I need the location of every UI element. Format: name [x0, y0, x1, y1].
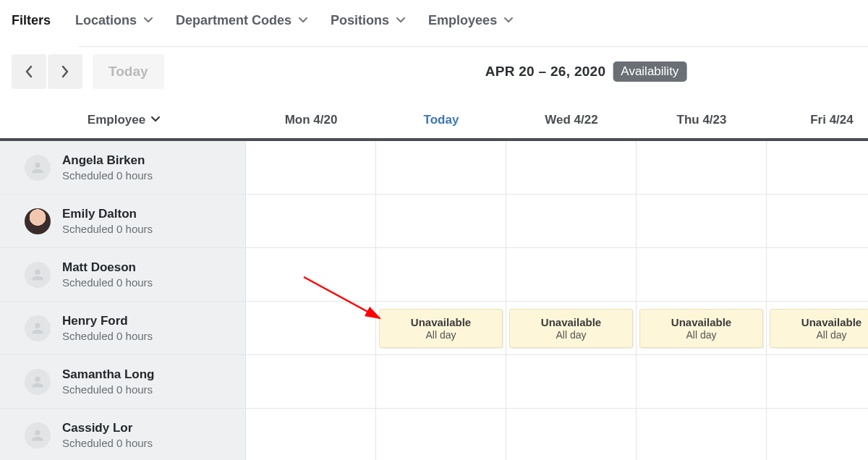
day-cell[interactable] [376, 248, 506, 301]
chevron-left-icon [25, 65, 33, 78]
day-cell[interactable] [506, 409, 637, 460]
availability-card[interactable]: UnavailableAll day [770, 309, 868, 348]
employee-meta: Matt DoesonScheduled 0 hours [62, 260, 153, 289]
employee-meta: Cassidy LorScheduled 0 hours [62, 421, 153, 449]
day-cell[interactable] [637, 355, 767, 408]
prev-week-button[interactable] [12, 54, 46, 89]
employee-cell[interactable]: Samantha LongScheduled 0 hours [0, 355, 246, 408]
day-headers: Mon 4/20TodayWed 4/22Thu 4/23Fri 4/24 [246, 113, 868, 127]
availability-title: Unavailable [411, 316, 471, 328]
day-cell[interactable] [376, 195, 506, 247]
calendar-header: Employee Mon 4/20TodayWed 4/22Thu 4/23Fr… [0, 102, 868, 141]
filter-positions-label: Positions [331, 13, 389, 28]
filter-employees-label: Employees [428, 13, 497, 28]
employee-name: Emily Dalton [62, 207, 153, 221]
day-cell[interactable] [506, 195, 637, 247]
day-cell[interactable] [637, 141, 767, 194]
day-cell[interactable] [767, 409, 868, 460]
day-cell[interactable] [637, 195, 767, 247]
chevron-down-icon [144, 17, 151, 25]
day-cell[interactable] [767, 195, 868, 247]
filter-employees[interactable]: Employees [428, 13, 511, 28]
chevron-right-icon [61, 65, 69, 78]
chevron-down-icon [299, 17, 306, 25]
day-cell[interactable] [246, 248, 376, 301]
toolbar: Today APR 20 – 26, 2020 Availability [0, 41, 868, 102]
filter-department-codes[interactable]: Department Codes [176, 13, 306, 28]
employee-cell[interactable]: Matt DoesonScheduled 0 hours [0, 248, 246, 301]
employee-meta: Emily DaltonScheduled 0 hours [62, 207, 153, 235]
day-header[interactable]: Mon 4/20 [246, 113, 376, 127]
avatar-placeholder [25, 262, 51, 288]
avatar-placeholder [25, 422, 51, 448]
availability-card[interactable]: UnavailableAll day [379, 309, 503, 348]
employee-cell[interactable]: Angela BirkenScheduled 0 hours [0, 141, 246, 194]
availability-title: Unavailable [671, 316, 731, 328]
avatar-placeholder [25, 369, 51, 395]
day-cell[interactable]: UnavailableAll day [376, 302, 506, 354]
employee-meta: Henry FordScheduled 0 hours [62, 314, 153, 342]
day-cell[interactable] [246, 355, 376, 408]
availability-card[interactable]: UnavailableAll day [509, 309, 633, 348]
day-cell[interactable] [767, 248, 868, 301]
date-range-text: APR 20 – 26, 2020 [485, 64, 606, 80]
employee-name: Matt Doeson [62, 260, 153, 275]
day-header[interactable]: Fri 4/24 [767, 113, 868, 127]
table-row: Angela BirkenScheduled 0 hours [0, 141, 868, 195]
day-header[interactable]: Thu 4/23 [637, 113, 767, 127]
employee-name: Angela Birken [62, 153, 153, 168]
employee-scheduled-hours: Scheduled 0 hours [62, 330, 153, 342]
employee-column-header[interactable]: Employee [0, 113, 246, 127]
employee-column-header-label: Employee [88, 113, 145, 127]
availability-card[interactable]: UnavailableAll day [639, 309, 763, 348]
day-cell[interactable]: UnavailableAll day [637, 302, 767, 354]
employee-name: Henry Ford [62, 314, 153, 328]
chevron-down-icon [151, 116, 158, 124]
today-button[interactable]: Today [93, 54, 164, 89]
date-range: APR 20 – 26, 2020 Availability [485, 61, 687, 82]
day-cell[interactable]: UnavailableAll day [767, 302, 868, 354]
employee-meta: Samantha LongScheduled 0 hours [62, 367, 155, 396]
day-cell[interactable] [506, 248, 637, 301]
day-cell[interactable]: UnavailableAll day [506, 302, 637, 354]
day-cell[interactable] [767, 355, 868, 408]
day-cell[interactable] [767, 141, 868, 194]
avatar-photo [25, 208, 51, 234]
availability-detail: All day [556, 329, 586, 341]
next-week-button[interactable] [48, 54, 82, 89]
filter-locations[interactable]: Locations [75, 13, 151, 28]
day-cell[interactable] [376, 409, 506, 460]
employee-cell[interactable]: Henry FordScheduled 0 hours [0, 302, 246, 354]
day-cell[interactable] [246, 409, 376, 460]
day-header-today[interactable]: Today [376, 113, 506, 127]
table-row: Henry FordScheduled 0 hoursUnavailableAl… [0, 302, 868, 355]
employee-meta: Angela BirkenScheduled 0 hours [62, 153, 153, 182]
day-cell[interactable] [376, 141, 506, 194]
employee-scheduled-hours: Scheduled 0 hours [62, 223, 153, 235]
employee-name: Samantha Long [62, 367, 155, 382]
day-header[interactable]: Wed 4/22 [506, 113, 637, 127]
filters-label: Filters [12, 13, 51, 28]
day-cell[interactable] [376, 355, 506, 408]
filter-locations-label: Locations [75, 13, 137, 28]
day-cell[interactable] [506, 141, 637, 194]
day-cell[interactable] [637, 409, 767, 460]
employee-scheduled-hours: Scheduled 0 hours [62, 169, 153, 182]
chevron-down-icon [396, 17, 404, 25]
day-cell[interactable] [246, 141, 376, 194]
employee-name: Cassidy Lor [62, 421, 153, 435]
filter-positions[interactable]: Positions [331, 13, 404, 28]
employee-scheduled-hours: Scheduled 0 hours [62, 276, 153, 289]
filter-bar: Filters Locations Department Codes Posit… [0, 0, 868, 41]
avatar-placeholder [25, 155, 51, 181]
table-row: Emily DaltonScheduled 0 hours [0, 195, 868, 248]
day-cell[interactable] [637, 248, 767, 301]
day-cell[interactable] [246, 302, 376, 354]
employee-cell[interactable]: Cassidy LorScheduled 0 hours [0, 409, 246, 460]
employee-cell[interactable]: Emily DaltonScheduled 0 hours [0, 195, 246, 247]
day-cell[interactable] [246, 195, 376, 247]
table-row: Samantha LongScheduled 0 hours [0, 355, 868, 409]
employee-scheduled-hours: Scheduled 0 hours [62, 383, 155, 396]
day-cell[interactable] [506, 355, 637, 408]
nav-button-group [12, 54, 82, 89]
